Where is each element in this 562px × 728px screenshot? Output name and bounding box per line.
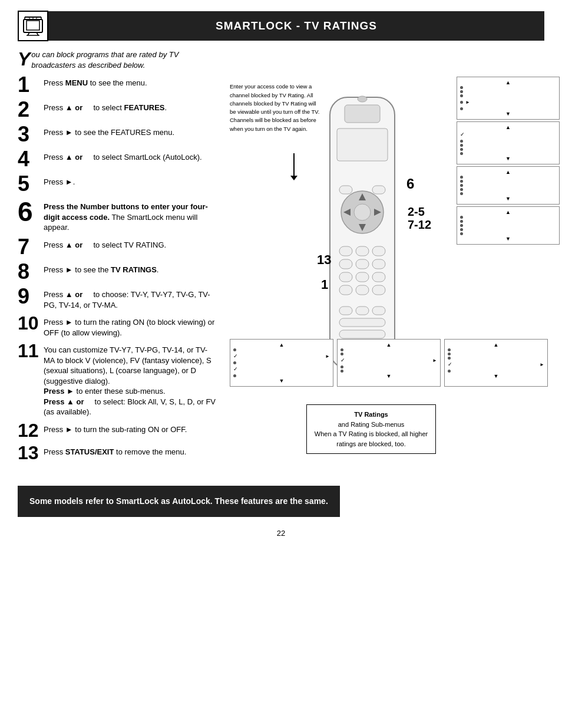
callout-text: Enter your access code to view a channel… <box>230 83 321 133</box>
intro-body: ou can block programs that are rated by … <box>31 50 178 70</box>
step-8: 8 Press to see the TV RATINGS. <box>18 263 218 282</box>
step-9: 9 Press or to choose: TV-Y, TV-Y7, TV-G,… <box>18 288 218 310</box>
svg-rect-1 <box>27 21 39 30</box>
step-text-9: Press or to choose: TV-Y, TV-Y7, TV-G, T… <box>44 288 218 310</box>
svg-rect-39 <box>339 186 352 194</box>
svg-rect-26 <box>339 272 352 282</box>
step-1: 1 Press MENU to see the menu. <box>18 77 218 95</box>
svg-rect-32 <box>339 307 352 315</box>
step-number-8: 8 <box>18 261 44 282</box>
menu-panel-3: ▲ ▼ <box>457 166 560 205</box>
step-10: 10 Press to turn the rating ON (to block… <box>18 316 218 338</box>
callout-arrow <box>293 153 295 177</box>
drop-cap: Y <box>18 51 30 68</box>
step-number-7: 7 <box>18 236 44 258</box>
step-number-6: 6 <box>18 198 44 225</box>
step-3: 3 Press to see the FEATURES menu. <box>18 126 218 145</box>
svg-rect-40 <box>372 186 385 194</box>
note-box: TV Ratings and Rating Sub-menus When a T… <box>306 404 436 454</box>
menu-panel-bottom-c: ▲ ✓► ▼ <box>444 339 548 386</box>
svg-point-41 <box>358 96 367 102</box>
remote-label-13: 13 <box>317 252 331 268</box>
step-text-12: Press to turn the sub-rating ON or OFF. <box>44 423 187 435</box>
svg-rect-31 <box>372 285 385 295</box>
steps-column: 1 Press MENU to see the menu. 2 Press or… <box>12 77 224 468</box>
svg-point-15 <box>354 204 371 220</box>
remote-label-1: 1 <box>321 277 328 292</box>
note-text: When a TV Rating is blocked, all higher … <box>314 429 428 449</box>
top-right-panels: ▲ ► ▼ ▲ ✓ ▼ <box>457 77 560 244</box>
svg-rect-30 <box>356 285 369 295</box>
svg-rect-25 <box>372 259 385 269</box>
step-text-5: Press . <box>44 176 75 187</box>
bottom-note-box: Some models refer to SmartLock as AutoLo… <box>18 486 340 517</box>
svg-rect-35 <box>339 318 385 327</box>
step-number-9: 9 <box>18 286 44 307</box>
remote-label-6: 6 <box>406 176 414 192</box>
svg-rect-21 <box>356 246 369 256</box>
remote-label-25-712: 2-5 7-12 <box>408 205 431 231</box>
step-number-1: 1 <box>18 74 44 95</box>
bottom-panels-row: ▲ ✓► ✓ ▼ ▲ ✓► ▼ <box>230 339 548 386</box>
step-5: 5 Press . <box>18 176 218 195</box>
menu-panel-2: ▲ ✓ ▼ <box>457 121 560 164</box>
bottom-note-text: Some models refer to SmartLock as AutoLo… <box>29 495 328 508</box>
step-12: 12 Press to turn the sub-rating ON or OF… <box>18 423 218 440</box>
main-content: 1 Press MENU to see the menu. 2 Press or… <box>12 77 550 468</box>
step-11: 11 You can customize TV-Y7, TV-PG, TV-14… <box>18 344 218 417</box>
header-icon <box>18 11 48 41</box>
step-7: 7 Press or to select TV RATING. <box>18 239 218 258</box>
step-number-13: 13 <box>18 443 44 462</box>
step-text-3: Press to see the FEATURES menu. <box>44 126 174 138</box>
step-2: 2 Press or to select FEATURES. <box>18 101 218 120</box>
intro-text: Y ou can block programs that are rated b… <box>18 50 218 71</box>
step-number-3: 3 <box>18 124 44 145</box>
svg-rect-24 <box>356 259 369 269</box>
step-number-10: 10 <box>18 314 44 332</box>
step-13: 13 Press STATUS/EXIT to remove the menu. <box>18 446 218 462</box>
menu-panel-4: ▲ ▼ <box>457 206 560 245</box>
svg-rect-27 <box>356 272 369 282</box>
step-number-11: 11 <box>18 341 44 360</box>
step-text-1: Press MENU to see the menu. <box>44 77 147 88</box>
menu-panel-bottom-b: ▲ ✓► ▼ <box>337 339 441 386</box>
svg-rect-28 <box>372 272 385 282</box>
page-title: SmartLock - TV Ratings <box>48 11 544 41</box>
step-number-4: 4 <box>18 149 44 170</box>
page-number: 22 <box>0 529 562 538</box>
step-6: 6 Press the Number buttons to enter your… <box>18 200 218 233</box>
step-text-7: Press or to select TV RATING. <box>44 239 166 251</box>
step-text-4: Press or to select SmartLock (AutoLock). <box>44 151 202 163</box>
step-text-11: You can customize TV-Y7, TV-PG, TV-14, o… <box>44 344 218 417</box>
step-number-12: 12 <box>18 421 44 440</box>
svg-rect-22 <box>372 246 385 256</box>
step-text-8: Press to see the TV RATINGS. <box>44 263 158 275</box>
svg-rect-13 <box>337 129 388 161</box>
svg-rect-12 <box>345 105 380 123</box>
step-number-5: 5 <box>18 173 44 195</box>
note-subtitle: and Rating Sub-menus <box>314 420 428 430</box>
step-4: 4 Press or to select SmartLock (AutoLock… <box>18 151 218 170</box>
svg-rect-34 <box>372 307 385 315</box>
menu-panel-bottom-a: ▲ ✓► ✓ ▼ <box>230 339 333 386</box>
callout-arrow-head <box>290 176 297 180</box>
svg-rect-23 <box>339 259 352 269</box>
svg-rect-29 <box>339 285 352 295</box>
menu-panel-channel: ▲ ► ▼ <box>457 77 560 120</box>
diagram-wrapper: Enter your access code to view a channel… <box>230 77 560 395</box>
step-text-2: Press or to select FEATURES. <box>44 101 167 113</box>
step-text-13: Press STATUS/EXIT to remove the menu. <box>44 446 186 457</box>
step-number-2: 2 <box>18 99 44 120</box>
svg-rect-20 <box>339 246 352 256</box>
diagram-column: Enter your access code to view a channel… <box>224 77 560 468</box>
step-text-6: Press the Number buttons to enter your f… <box>44 200 218 233</box>
note-title: TV Ratings <box>314 410 428 420</box>
callout-body: Enter your access code to view a channel… <box>230 83 319 131</box>
step-text-10: Press to turn the rating ON (to block vi… <box>44 316 218 338</box>
header-area: SmartLock - TV Ratings <box>18 11 544 41</box>
svg-rect-33 <box>356 307 369 315</box>
svg-rect-36 <box>339 330 385 338</box>
